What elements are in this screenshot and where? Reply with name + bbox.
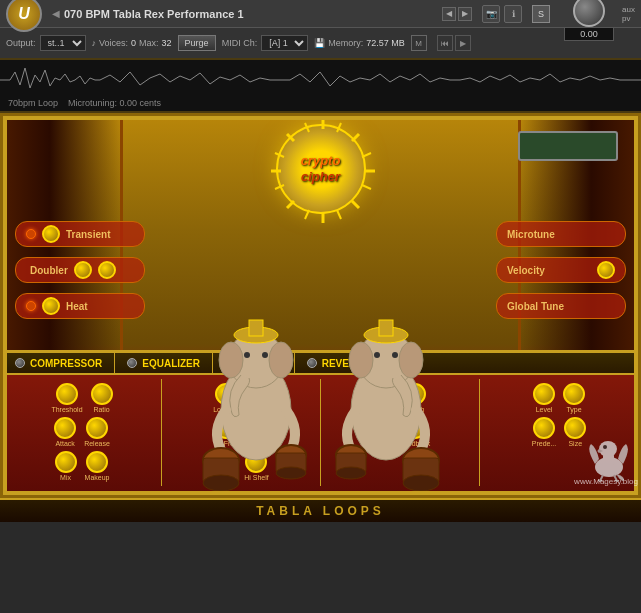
aux-label: aux (622, 5, 635, 14)
reverb-type-knob[interactable] (563, 383, 585, 405)
microtuning-label: Microtuning: 0.00 cents (68, 98, 161, 108)
left-controls: Transient Doubler Heat (15, 221, 145, 319)
info-icon-button[interactable]: ℹ (504, 5, 522, 23)
reverb-type-label: Type (566, 406, 581, 413)
svg-line-2 (352, 134, 359, 141)
reverb-predelay-knob[interactable] (533, 417, 555, 439)
equalizer-tab[interactable]: EQUALIZER (115, 353, 213, 373)
reverb-panel: Level Type Prede... (480, 379, 638, 486)
heat-control: Heat (15, 293, 145, 319)
reverb-level-knob[interactable] (533, 383, 555, 405)
makeup-knob[interactable] (86, 451, 108, 473)
velocity-control: Velocity (496, 257, 626, 283)
doubler-control: Doubler (15, 257, 145, 283)
heat-knob[interactable] (42, 297, 60, 315)
output-dropdown[interactable]: st..1 (40, 35, 86, 51)
release-knob[interactable] (86, 417, 108, 439)
memory-icon: 💾 (314, 38, 325, 48)
mix-container: Mix (55, 451, 77, 481)
velocity-knob[interactable] (597, 261, 615, 279)
purge-button[interactable]: Purge (178, 35, 216, 51)
midi-dropdown[interactable]: [A] 1 (261, 35, 308, 51)
threshold-knob[interactable] (56, 383, 78, 405)
attack-knob[interactable] (54, 417, 76, 439)
svg-rect-24 (249, 320, 263, 336)
svg-line-11 (362, 185, 371, 189)
header-area: U ◀ 070 BPM Tabla Rex Performance 1 ◀ ▶ … (0, 0, 641, 58)
logo-text: crypto cipher (301, 153, 341, 184)
transient-control: Transient (15, 221, 145, 247)
memory-label: Memory: (328, 38, 363, 48)
memory-group: 💾 Memory: 72.57 MB (314, 38, 405, 48)
transient-knob[interactable] (42, 225, 60, 243)
reverb-level-container: Level (533, 383, 555, 413)
max-value: 32 (162, 38, 172, 48)
rewind-button[interactable]: ⏮ (437, 35, 453, 51)
svg-line-16 (305, 123, 309, 132)
doubler-label: Doubler (30, 265, 68, 276)
svg-point-34 (349, 342, 373, 378)
reverb-type-container: Type (563, 383, 585, 413)
header-bottom: Output: st..1 ♪ Voices: 0 Max: 32 Purge … (0, 28, 641, 58)
m-button[interactable]: M (411, 35, 427, 51)
makeup-label: Makeup (85, 474, 110, 481)
tune-knob[interactable] (573, 0, 605, 27)
transient-led[interactable] (26, 229, 36, 239)
logo-circle[interactable]: U (6, 0, 42, 32)
svg-point-49 (603, 445, 607, 449)
attack-label: Attack (55, 440, 74, 447)
header-top: U ◀ 070 BPM Tabla Rex Performance 1 ◀ ▶ … (0, 0, 641, 28)
heat-led[interactable] (26, 301, 36, 311)
microtune-label: Microtune (507, 229, 555, 240)
s-button-area: S (532, 5, 550, 23)
equalizer-tab-label: EQUALIZER (142, 358, 200, 369)
voices-group: ♪ Voices: 0 Max: 32 (92, 38, 172, 48)
memory-value: 72.57 MB (366, 38, 405, 48)
svg-point-44 (336, 467, 366, 479)
instrument-name: 070 BPM Tabla Rex Performance 1 (64, 8, 438, 20)
nav-prev-button[interactable]: ◀ (442, 7, 456, 21)
waveform-svg (0, 60, 641, 100)
nav-next-button[interactable]: ▶ (458, 7, 472, 21)
svg-point-20 (269, 342, 293, 378)
threshold-label: Threshold (51, 406, 82, 413)
global-tune-label: Global Tune (507, 301, 564, 312)
microtune-control: Microtune (496, 221, 626, 247)
aux-pv-area: aux pv (622, 5, 635, 23)
svg-point-41 (403, 475, 439, 491)
watermark: www.Magesy.blog (574, 477, 638, 486)
s-button[interactable]: S (532, 5, 550, 23)
svg-line-9 (337, 123, 341, 132)
svg-point-30 (276, 467, 306, 479)
doubler-knob1[interactable] (74, 261, 92, 279)
compressor-row3: Mix Makeup (55, 451, 110, 481)
svg-line-13 (305, 210, 309, 219)
ratio-knob[interactable] (91, 383, 113, 405)
svg-line-10 (362, 153, 371, 157)
tabla-loops-title: TABLA LOOPS (256, 504, 385, 518)
doubler-knob2[interactable] (98, 261, 116, 279)
nav-arrows: ◀ ▶ (442, 7, 472, 21)
play-button[interactable]: ▶ (455, 35, 471, 51)
voices-label: Voices: (99, 38, 128, 48)
svg-point-27 (203, 475, 239, 491)
svg-point-22 (262, 352, 268, 358)
reverb-level-label: Level (536, 406, 553, 413)
compressor-tab[interactable]: COMPRESSOR (3, 353, 115, 373)
loop-label: 70bpm Loop (8, 98, 58, 108)
arrow-left-icon[interactable]: ◀ (52, 8, 60, 19)
svg-line-4 (352, 201, 359, 208)
transport-icons: ⏮ ▶ (437, 35, 471, 51)
mix-knob[interactable] (55, 451, 77, 473)
reverb-predelay-label: Prede... (532, 440, 557, 447)
instrument-body: crypto cipher Transient Doubler (0, 113, 641, 498)
svg-line-12 (337, 210, 341, 219)
reverb-predelay-container: Prede... (532, 417, 557, 447)
svg-rect-38 (379, 320, 393, 336)
reverb-row1: Level Type (533, 383, 585, 413)
logo-area: crypto cipher (276, 124, 366, 214)
transient-label: Transient (66, 229, 110, 240)
svg-point-33 (399, 342, 423, 378)
camera-icon-button[interactable]: 📷 (482, 5, 500, 23)
release-label: Release (84, 440, 110, 447)
